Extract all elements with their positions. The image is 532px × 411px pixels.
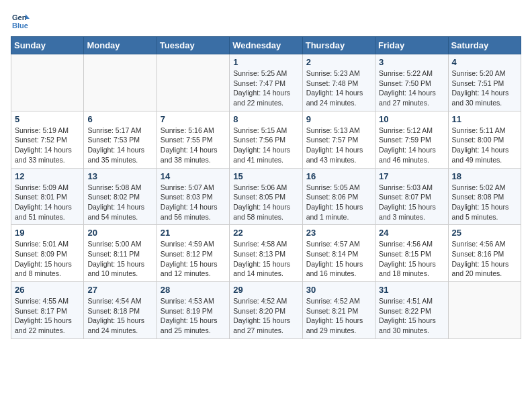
day-info: Sunrise: 5:12 AM Sunset: 7:59 PM Dayligh…	[379, 126, 444, 165]
calendar-cell: 23Sunrise: 4:57 AM Sunset: 8:14 PM Dayli…	[302, 225, 375, 282]
weekday-header-row: SundayMondayTuesdayWednesdayThursdayFrid…	[11, 37, 521, 54]
day-info: Sunrise: 5:09 AM Sunset: 8:01 PM Dayligh…	[15, 183, 80, 222]
day-number: 29	[233, 285, 298, 295]
calendar-cell: 30Sunrise: 4:52 AM Sunset: 8:21 PM Dayli…	[302, 282, 375, 339]
weekday-header-thursday: Thursday	[302, 37, 375, 54]
day-number: 12	[15, 171, 80, 181]
calendar-cell: 11Sunrise: 5:11 AM Sunset: 8:00 PM Dayli…	[448, 111, 521, 168]
weekday-header-friday: Friday	[375, 37, 448, 54]
day-info: Sunrise: 4:59 AM Sunset: 8:12 PM Dayligh…	[161, 239, 226, 279]
day-info: Sunrise: 4:55 AM Sunset: 8:17 PM Dayligh…	[15, 296, 80, 336]
day-info: Sunrise: 4:58 AM Sunset: 8:13 PM Dayligh…	[233, 239, 298, 279]
day-info: Sunrise: 4:53 AM Sunset: 8:19 PM Dayligh…	[161, 296, 226, 336]
day-number: 31	[379, 285, 444, 295]
calendar-cell: 16Sunrise: 5:05 AM Sunset: 8:06 PM Dayli…	[302, 168, 375, 225]
day-info: Sunrise: 5:03 AM Sunset: 8:07 PM Dayligh…	[379, 183, 444, 222]
day-info: Sunrise: 5:19 AM Sunset: 7:52 PM Dayligh…	[15, 126, 80, 165]
day-number: 23	[306, 228, 371, 238]
weekday-header-tuesday: Tuesday	[157, 37, 229, 54]
day-info: Sunrise: 4:54 AM Sunset: 8:18 PM Dayligh…	[87, 296, 152, 336]
day-info: Sunrise: 5:16 AM Sunset: 7:55 PM Dayligh…	[161, 126, 226, 165]
weekday-header-saturday: Saturday	[448, 37, 521, 54]
calendar-cell: 15Sunrise: 5:06 AM Sunset: 8:05 PM Dayli…	[230, 168, 302, 225]
day-number: 9	[306, 114, 371, 124]
day-number: 10	[379, 114, 444, 124]
day-info: Sunrise: 5:22 AM Sunset: 7:50 PM Dayligh…	[379, 68, 444, 108]
calendar-cell: 10Sunrise: 5:12 AM Sunset: 7:59 PM Dayli…	[375, 111, 448, 168]
calendar-week-3: 12Sunrise: 5:09 AM Sunset: 8:01 PM Dayli…	[11, 168, 521, 225]
calendar-cell: 28Sunrise: 4:53 AM Sunset: 8:19 PM Dayli…	[157, 282, 229, 339]
day-number: 17	[379, 171, 444, 181]
calendar-week-4: 19Sunrise: 5:01 AM Sunset: 8:09 PM Dayli…	[11, 225, 521, 282]
day-info: Sunrise: 5:20 AM Sunset: 7:51 PM Dayligh…	[452, 68, 517, 108]
calendar-cell: 7Sunrise: 5:16 AM Sunset: 7:55 PM Daylig…	[157, 111, 229, 168]
day-number: 22	[233, 228, 298, 238]
calendar-cell: 4Sunrise: 5:20 AM Sunset: 7:51 PM Daylig…	[448, 54, 521, 111]
calendar-cell: 26Sunrise: 4:55 AM Sunset: 8:17 PM Dayli…	[11, 282, 84, 339]
day-info: Sunrise: 4:57 AM Sunset: 8:14 PM Dayligh…	[306, 239, 371, 279]
day-number: 1	[233, 57, 298, 67]
weekday-header-sunday: Sunday	[11, 37, 84, 54]
day-number: 2	[306, 57, 371, 67]
day-info: Sunrise: 5:05 AM Sunset: 8:06 PM Dayligh…	[306, 183, 371, 222]
day-number: 18	[452, 171, 517, 181]
svg-text:Blue: Blue	[12, 21, 28, 30]
weekday-header-wednesday: Wednesday	[230, 37, 302, 54]
calendar-week-1: 1Sunrise: 5:25 AM Sunset: 7:47 PM Daylig…	[11, 54, 521, 111]
calendar-table: SundayMondayTuesdayWednesdayThursdayFrid…	[11, 36, 521, 339]
calendar-cell: 18Sunrise: 5:02 AM Sunset: 8:08 PM Dayli…	[448, 168, 521, 225]
day-info: Sunrise: 5:23 AM Sunset: 7:48 PM Dayligh…	[306, 68, 371, 108]
calendar-cell: 31Sunrise: 4:51 AM Sunset: 8:22 PM Dayli…	[375, 282, 448, 339]
weekday-header-monday: Monday	[84, 37, 157, 54]
day-info: Sunrise: 5:06 AM Sunset: 8:05 PM Dayligh…	[233, 183, 298, 222]
day-info: Sunrise: 5:00 AM Sunset: 8:11 PM Dayligh…	[87, 239, 152, 279]
day-number: 28	[161, 285, 226, 295]
day-info: Sunrise: 4:56 AM Sunset: 8:16 PM Dayligh…	[452, 239, 517, 279]
calendar-cell	[157, 54, 229, 111]
day-info: Sunrise: 4:52 AM Sunset: 8:20 PM Dayligh…	[233, 296, 298, 336]
calendar-cell: 29Sunrise: 4:52 AM Sunset: 8:20 PM Dayli…	[230, 282, 302, 339]
day-number: 4	[452, 57, 517, 67]
day-number: 25	[452, 228, 517, 238]
day-number: 19	[15, 228, 80, 238]
calendar-cell	[11, 54, 84, 111]
day-number: 15	[233, 171, 298, 181]
day-number: 3	[379, 57, 444, 67]
day-info: Sunrise: 4:56 AM Sunset: 8:15 PM Dayligh…	[379, 239, 444, 279]
day-info: Sunrise: 5:15 AM Sunset: 7:56 PM Dayligh…	[233, 126, 298, 165]
day-number: 5	[15, 114, 80, 124]
day-info: Sunrise: 5:08 AM Sunset: 8:02 PM Dayligh…	[87, 183, 152, 222]
day-info: Sunrise: 5:11 AM Sunset: 8:00 PM Dayligh…	[452, 126, 517, 165]
calendar-cell: 21Sunrise: 4:59 AM Sunset: 8:12 PM Dayli…	[157, 225, 229, 282]
calendar-cell: 3Sunrise: 5:22 AM Sunset: 7:50 PM Daylig…	[375, 54, 448, 111]
day-info: Sunrise: 5:07 AM Sunset: 8:03 PM Dayligh…	[161, 183, 226, 222]
calendar-cell: 20Sunrise: 5:00 AM Sunset: 8:11 PM Dayli…	[84, 225, 157, 282]
calendar-cell: 24Sunrise: 4:56 AM Sunset: 8:15 PM Dayli…	[375, 225, 448, 282]
day-info: Sunrise: 5:01 AM Sunset: 8:09 PM Dayligh…	[15, 239, 80, 279]
logo: Gen Blue	[11, 11, 34, 31]
calendar-cell	[84, 54, 157, 111]
calendar-week-2: 5Sunrise: 5:19 AM Sunset: 7:52 PM Daylig…	[11, 111, 521, 168]
calendar-cell: 9Sunrise: 5:13 AM Sunset: 7:57 PM Daylig…	[302, 111, 375, 168]
calendar-cell: 8Sunrise: 5:15 AM Sunset: 7:56 PM Daylig…	[230, 111, 302, 168]
day-info: Sunrise: 4:51 AM Sunset: 8:22 PM Dayligh…	[379, 296, 444, 336]
calendar-week-5: 26Sunrise: 4:55 AM Sunset: 8:17 PM Dayli…	[11, 282, 521, 339]
calendar-cell: 12Sunrise: 5:09 AM Sunset: 8:01 PM Dayli…	[11, 168, 84, 225]
day-info: Sunrise: 4:52 AM Sunset: 8:21 PM Dayligh…	[306, 296, 371, 336]
day-info: Sunrise: 5:13 AM Sunset: 7:57 PM Dayligh…	[306, 126, 371, 165]
calendar-cell: 6Sunrise: 5:17 AM Sunset: 7:53 PM Daylig…	[84, 111, 157, 168]
day-number: 27	[87, 285, 152, 295]
calendar-cell: 27Sunrise: 4:54 AM Sunset: 8:18 PM Dayli…	[84, 282, 157, 339]
page-header: Gen Blue	[11, 11, 521, 31]
day-number: 6	[87, 114, 152, 124]
day-number: 30	[306, 285, 371, 295]
day-number: 20	[87, 228, 152, 238]
day-number: 8	[233, 114, 298, 124]
calendar-cell: 19Sunrise: 5:01 AM Sunset: 8:09 PM Dayli…	[11, 225, 84, 282]
day-info: Sunrise: 5:25 AM Sunset: 7:47 PM Dayligh…	[233, 68, 298, 108]
calendar-cell: 17Sunrise: 5:03 AM Sunset: 8:07 PM Dayli…	[375, 168, 448, 225]
day-number: 24	[379, 228, 444, 238]
day-info: Sunrise: 5:17 AM Sunset: 7:53 PM Dayligh…	[87, 126, 152, 165]
day-number: 14	[161, 171, 226, 181]
day-number: 13	[87, 171, 152, 181]
